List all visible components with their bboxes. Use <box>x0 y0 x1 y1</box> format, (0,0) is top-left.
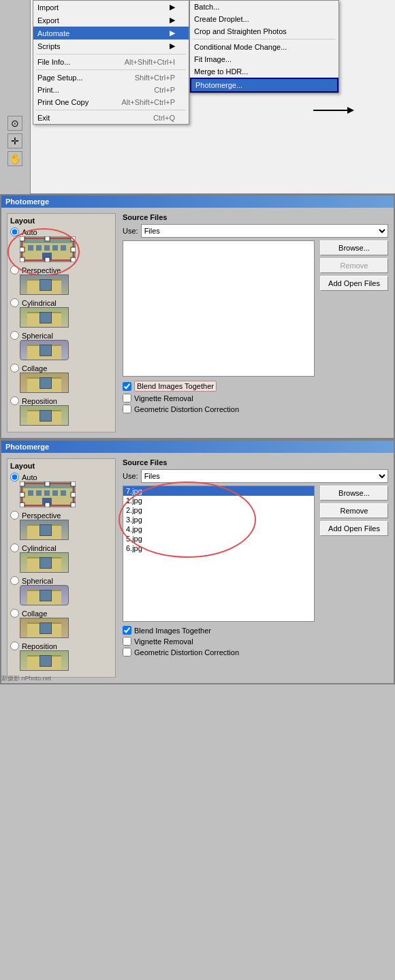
menu-fileinfo[interactable]: File Info... Alt+Shift+Ctrl+I <box>33 56 189 68</box>
menu-scripts[interactable]: Scripts ▶ <box>33 39 189 52</box>
menu-exit[interactable]: Exit Ctrl+Q <box>33 112 189 124</box>
svg-rect-25 <box>52 490 58 496</box>
sub-fit-image[interactable]: Fit Image... <box>190 53 338 65</box>
sub-sep1 <box>193 39 336 39</box>
radio-collage-2[interactable] <box>10 609 19 618</box>
radio-spherical-2[interactable] <box>10 576 19 585</box>
add-open-button-1[interactable]: Add Open Files <box>320 276 388 291</box>
menu-export[interactable]: Export ▶ <box>33 14 189 27</box>
svg-rect-23 <box>36 490 42 496</box>
svg-rect-13 <box>71 236 76 241</box>
file-item-2jpg[interactable]: 2.jpg <box>123 505 314 515</box>
sub-merge-hdr[interactable]: Merge to HDR... <box>190 65 338 78</box>
add-open-button-2[interactable]: Add Open Files <box>320 521 388 536</box>
layout-reposition-1: Reposition <box>10 396 112 428</box>
file-item-6jpg[interactable]: 6.jpg <box>123 543 314 553</box>
svg-rect-6 <box>44 245 50 251</box>
checkbox-vignette-row-1: Vignette Removal <box>123 394 315 402</box>
vignette-label-2: Vignette Removal <box>134 637 193 646</box>
checkbox-geo-row-1: Geometric Distortion Correction <box>123 405 315 413</box>
watermark: 新摄影 nPhoto.net <box>1 674 51 683</box>
sub-droplet[interactable]: Create Droplet... <box>190 13 338 25</box>
remove-button-1[interactable]: Remove <box>320 258 388 273</box>
checkbox-vignette-1[interactable] <box>123 394 131 402</box>
arrow-annotation <box>313 104 354 117</box>
checkbox-blend-2[interactable] <box>123 626 131 635</box>
sep2 <box>36 69 186 70</box>
source-files-row-1: Blend Images Together Vignette Removal G… <box>123 240 388 415</box>
layout-title-1: Layout <box>10 217 112 225</box>
blend-label-2: Blend Images Together <box>134 627 211 635</box>
radio-cylindrical-1[interactable] <box>10 298 19 307</box>
svg-rect-7 <box>52 245 58 251</box>
radio-perspective-1[interactable] <box>10 266 19 274</box>
menu-print-one-copy[interactable]: Print One Copy Alt+Shift+Ctrl+P <box>33 96 189 108</box>
preview-cylindrical-1 <box>20 307 69 328</box>
source-files-main-2: 7.jpg 1.jpg 2.jpg 3.jpg 4.jpg 5.jpg 6.jp… <box>123 486 315 659</box>
sub-photomerge[interactable]: Photomerge... <box>190 78 338 93</box>
remove-button-2[interactable]: Remove <box>320 503 388 518</box>
radio-collage-1[interactable] <box>10 364 19 373</box>
checkbox-geo-1[interactable] <box>123 405 131 413</box>
svg-rect-8 <box>61 245 66 251</box>
sub-batch[interactable]: Batch... <box>190 1 338 13</box>
browse-button-2[interactable]: Browse... <box>320 486 388 501</box>
menu-automate[interactable]: Automate ▶ <box>33 27 189 39</box>
svg-rect-4 <box>28 245 33 251</box>
sub-conditional-mode[interactable]: Conditional Mode Change... <box>190 41 338 53</box>
svg-rect-34 <box>45 503 50 507</box>
use-select-2[interactable]: Files <box>141 469 388 483</box>
geo-label-1: Geometric Distortion Correction <box>134 405 239 413</box>
menu-import[interactable]: Import ▶ <box>33 1 189 14</box>
toolbox: ⊙ ✛ ✋ <box>0 0 31 194</box>
layout-perspective-1: Perspective <box>10 266 112 297</box>
browse-button-1[interactable]: Browse... <box>320 240 388 255</box>
svg-rect-24 <box>44 490 50 496</box>
photomerge-panel-2: Photomerge Layout Auto <box>0 439 395 684</box>
layout-perspective-2: Perspective <box>10 511 112 542</box>
checkbox-geo-2[interactable] <box>123 648 131 657</box>
svg-rect-35 <box>20 503 25 507</box>
layout-spherical-2: Spherical <box>10 576 112 607</box>
checkbox-vignette-2[interactable] <box>123 637 131 646</box>
svg-rect-12 <box>45 236 50 241</box>
preview-spherical-1 <box>20 340 69 360</box>
radio-cylindrical-2[interactable] <box>10 543 19 552</box>
use-select-1[interactable]: Files <box>141 224 388 238</box>
source-files-main-1: Blend Images Together Vignette Removal G… <box>123 240 315 415</box>
use-label-1: Use: <box>123 227 138 235</box>
svg-rect-15 <box>71 257 76 262</box>
photomerge-dialog-2: Photomerge Layout Auto <box>0 439 395 684</box>
radio-reposition-1[interactable] <box>10 396 19 405</box>
checkbox-geo-row-2: Geometric Distortion Correction <box>123 648 315 657</box>
radio-auto-1[interactable] <box>10 227 19 236</box>
checkbox-blend-1[interactable] <box>123 382 131 391</box>
move-tool[interactable]: ✛ <box>7 133 22 148</box>
lasso-tool[interactable]: ⊙ <box>7 116 22 131</box>
svg-rect-18 <box>20 247 25 252</box>
radio-reposition-2[interactable] <box>10 642 19 650</box>
menu-pagesetup[interactable]: Page Setup... Shift+Ctrl+P <box>33 72 189 84</box>
file-item-7jpg[interactable]: 7.jpg <box>123 486 314 496</box>
blend-label-1: Blend Images Together <box>134 381 217 392</box>
menu-print[interactable]: Print... Ctrl+P <box>33 84 189 96</box>
vignette-label-1: Vignette Removal <box>134 394 193 402</box>
layout-cylindrical-1: Cylindrical <box>10 298 112 330</box>
radio-auto-2[interactable] <box>10 473 19 481</box>
preview-collage-2 <box>20 618 69 638</box>
file-item-5jpg[interactable]: 5.jpg <box>123 534 314 543</box>
file-list-1[interactable] <box>123 240 315 377</box>
svg-rect-17 <box>20 257 25 262</box>
layout-title-2: Layout <box>10 462 112 470</box>
file-item-4jpg[interactable]: 4.jpg <box>123 524 314 534</box>
photomerge-body-2: Layout Auto <box>1 453 394 683</box>
file-item-1jpg[interactable]: 1.jpg <box>123 496 314 505</box>
radio-spherical-1[interactable] <box>10 331 19 340</box>
file-item-3jpg[interactable]: 3.jpg <box>123 515 314 524</box>
radio-perspective-2[interactable] <box>10 511 19 520</box>
hand-tool[interactable]: ✋ <box>7 151 22 166</box>
file-list-2[interactable]: 7.jpg 1.jpg 2.jpg 3.jpg 4.jpg 5.jpg 6.jp… <box>123 486 315 622</box>
photomerge-dialog-1: Photomerge Layout Auto <box>0 194 395 439</box>
svg-rect-14 <box>71 247 76 252</box>
sub-crop-straighten[interactable]: Crop and Straighten Photos <box>190 25 338 37</box>
